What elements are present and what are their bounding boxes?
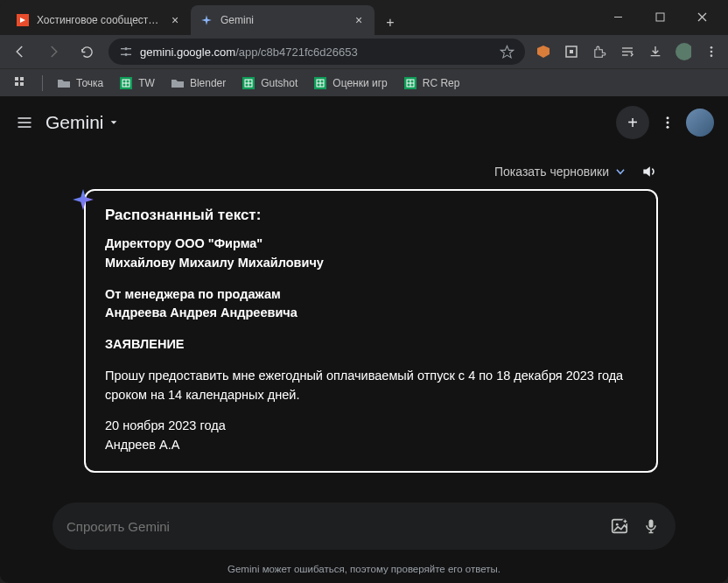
folder-icon xyxy=(171,76,185,90)
bookmark-item[interactable]: TW xyxy=(114,73,160,94)
svg-rect-21 xyxy=(20,77,24,81)
card-line: ЗАЯВЛЕНИЕ xyxy=(105,335,637,355)
close-window-icon[interactable] xyxy=(682,4,721,30)
bookmark-item[interactable]: Точка xyxy=(52,73,108,94)
bookmarks-bar: Точка TW Blender Gutshot Оценки игр RC R… xyxy=(0,68,728,96)
site-settings-icon[interactable] xyxy=(119,45,133,59)
divider xyxy=(42,75,43,91)
footer-disclaimer: Gemini может ошибаться, поэтому проверяй… xyxy=(0,564,728,574)
folder-icon xyxy=(57,76,71,90)
chevron-down-icon xyxy=(614,165,626,178)
svg-point-18 xyxy=(710,51,713,53)
svg-rect-14 xyxy=(622,51,633,52)
app-header: Gemini + xyxy=(0,96,728,149)
card-line: Андреев А.А xyxy=(105,436,637,455)
mic-icon[interactable] xyxy=(640,516,662,537)
prompt-input[interactable] xyxy=(66,519,598,534)
download-icon[interactable] xyxy=(648,44,663,60)
svg-point-47 xyxy=(616,523,619,526)
tab-title: Gemini xyxy=(220,14,345,26)
card-line: Прошу предоставить мне ежегодный оплачив… xyxy=(105,367,637,405)
svg-rect-15 xyxy=(622,54,628,55)
card-line: Михайлову Михаилу Михайловичу xyxy=(105,254,637,273)
url-text: gemini.google.com/app/c8b4721fc6d26653 xyxy=(140,46,358,59)
svg-point-45 xyxy=(667,126,669,129)
svg-point-10 xyxy=(124,53,127,56)
brand-dropdown[interactable]: Gemini xyxy=(46,112,118,133)
svg-rect-51 xyxy=(649,520,654,528)
drafts-toggle[interactable]: Показать черновики xyxy=(494,165,626,179)
sheet-icon xyxy=(403,76,417,90)
svg-rect-22 xyxy=(15,82,18,86)
content: Показать черновики Распознанный текст: Д… xyxy=(0,149,728,473)
card-line: Андреева Андрея Андреевича xyxy=(105,304,637,323)
card-heading: Распознанный текст: xyxy=(105,207,637,224)
avatar[interactable] xyxy=(686,109,714,137)
tab-favicon xyxy=(16,13,30,27)
address-bar: gemini.google.com/app/c8b4721fc6d26653 xyxy=(0,35,728,68)
image-upload-icon[interactable] xyxy=(609,516,630,537)
card-line: Директору ООО "Фирма" xyxy=(105,235,637,254)
sheet-icon xyxy=(119,76,133,90)
svg-rect-23 xyxy=(20,82,24,86)
new-chat-button[interactable]: + xyxy=(616,106,649,139)
url-input[interactable]: gemini.google.com/app/c8b4721fc6d26653 xyxy=(108,39,525,65)
apps-icon[interactable] xyxy=(9,73,33,94)
star-icon[interactable] xyxy=(500,45,514,60)
svg-rect-6 xyxy=(127,48,131,49)
bookmark-item[interactable]: Gutshot xyxy=(236,73,303,94)
menu-icon[interactable] xyxy=(14,112,35,133)
svg-point-9 xyxy=(124,47,127,50)
svg-point-44 xyxy=(667,122,669,124)
reload-button[interactable] xyxy=(75,40,98,63)
tab-active[interactable]: Gemini × xyxy=(191,5,374,35)
bookmark-item[interactable]: Оценки игр xyxy=(308,73,392,94)
sheet-icon xyxy=(313,76,327,90)
maximize-icon[interactable] xyxy=(640,4,679,30)
close-icon[interactable]: × xyxy=(168,13,182,27)
bookmark-item[interactable]: RC Rep xyxy=(398,73,466,94)
svg-rect-12 xyxy=(570,50,573,53)
card-line: От менеджера по продажам xyxy=(105,285,637,305)
new-tab-button[interactable]: + xyxy=(378,11,402,35)
titlebar: Хостинговое сообщество «Tin × Gemini × + xyxy=(0,0,728,35)
minimize-icon[interactable] xyxy=(598,4,637,30)
svg-point-19 xyxy=(710,54,713,57)
back-button[interactable] xyxy=(9,40,32,63)
reader-icon[interactable] xyxy=(620,44,635,60)
svg-point-17 xyxy=(710,46,713,49)
tab-title: Хостинговое сообщество «Tin xyxy=(37,14,161,26)
gemini-star-icon xyxy=(72,188,94,211)
extensions-menu-icon[interactable] xyxy=(592,44,607,60)
svg-rect-2 xyxy=(656,13,664,21)
response-card: Распознанный текст: Директору ООО "Фирма… xyxy=(84,189,658,473)
extension-icon[interactable] xyxy=(564,44,579,60)
window-controls xyxy=(598,0,721,30)
svg-point-16 xyxy=(676,43,691,60)
svg-point-43 xyxy=(667,116,669,119)
extension-icon[interactable] xyxy=(536,44,551,60)
menu-icon[interactable] xyxy=(704,44,719,60)
svg-rect-20 xyxy=(15,77,18,81)
svg-rect-8 xyxy=(127,54,131,55)
gemini-icon xyxy=(200,13,214,27)
chevron-down-icon xyxy=(109,118,118,127)
svg-rect-13 xyxy=(622,47,633,48)
card-line: 20 ноября 2023 года xyxy=(105,417,637,436)
speaker-icon[interactable] xyxy=(640,163,658,180)
profile-icon[interactable] xyxy=(676,44,691,60)
more-icon[interactable] xyxy=(660,115,676,130)
prompt-input-bar xyxy=(52,502,676,550)
bookmark-item[interactable]: Blender xyxy=(165,73,231,94)
forward-button[interactable] xyxy=(42,40,65,63)
sheet-icon xyxy=(242,76,256,90)
svg-rect-7 xyxy=(121,54,125,55)
tab-inactive[interactable]: Хостинговое сообщество «Tin × xyxy=(7,5,191,35)
page: Gemini + Показать черновики Распознанный… xyxy=(0,96,728,583)
close-icon[interactable]: × xyxy=(352,13,366,27)
extensions xyxy=(536,44,719,60)
svg-rect-5 xyxy=(121,48,125,49)
